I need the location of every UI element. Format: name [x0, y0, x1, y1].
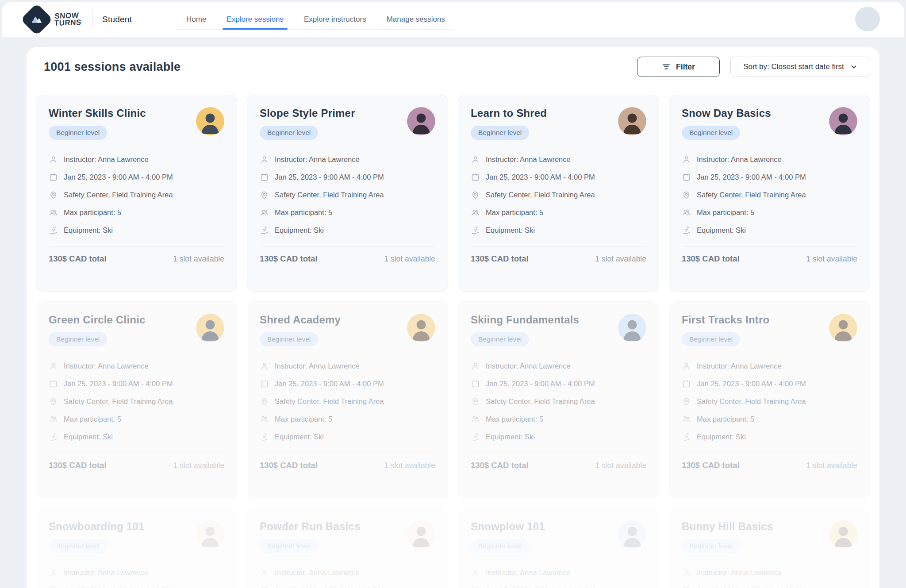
- session-title: Winter Skills Clinic: [49, 107, 146, 119]
- instructor-row: Instructor: Anna Lawrence: [682, 155, 857, 164]
- user-avatar[interactable]: [855, 7, 880, 31]
- instructor-text: Instructor: Anna Lawrence: [275, 155, 360, 164]
- instructor-text: Instructor: Anna Lawrence: [275, 569, 360, 577]
- snowturns-logo-icon: [20, 3, 53, 36]
- calendar-icon: [260, 586, 269, 588]
- equipment-row: Equipment: Ski: [49, 432, 224, 442]
- calendar-icon: [49, 379, 58, 388]
- calendar-icon: [471, 379, 480, 388]
- session-card[interactable]: Winter Skills Clinic Beginner level Inst…: [36, 95, 237, 292]
- price-text: 130$ CAD total: [260, 461, 318, 470]
- session-title: Powder Run Basics: [260, 520, 360, 533]
- location-pin-icon: [471, 397, 480, 406]
- session-card[interactable]: Learn to Shred Beginner level Instructor…: [458, 95, 659, 292]
- card-header: First Tracks Intro Beginner level: [682, 314, 857, 346]
- equipment-row: Equipment: Ski: [682, 432, 857, 442]
- session-title: Green Circle Clinic: [49, 314, 146, 326]
- card-header: Winter Skills Clinic Beginner level: [49, 107, 224, 140]
- instructor-row: Instructor: Anna Lawrence: [260, 568, 435, 577]
- person-icon: [49, 568, 58, 577]
- session-info-list: Instructor: Anna Lawrence Jan 25, 2023 -…: [49, 568, 224, 588]
- level-badge: Beginner level: [260, 332, 318, 346]
- datetime-row: Jan 25, 2023 - 9:00 AM - 4:00 PM: [471, 173, 646, 182]
- instructor-text: Instructor: Anna Lawrence: [64, 362, 149, 370]
- filter-button[interactable]: Filter: [637, 57, 720, 77]
- card-header: Snow Day Basics Beginner level: [682, 107, 857, 140]
- nav-item-explore-instructors[interactable]: Explore instructors: [300, 9, 370, 29]
- session-info-list: Instructor: Anna Lawrence Jan 25, 2023 -…: [682, 568, 857, 588]
- ski-icon: [471, 226, 480, 235]
- person-illustration-icon: [618, 107, 646, 135]
- calendar-icon: [471, 173, 480, 182]
- session-card[interactable]: Snowboarding 101 Beginner level Instruct…: [36, 508, 237, 588]
- users-icon: [471, 208, 480, 217]
- person-icon: [471, 361, 480, 371]
- instructor-text: Instructor: Anna Lawrence: [697, 569, 782, 577]
- instructor-avatar: [829, 314, 857, 342]
- session-title: Snowplow 101: [471, 520, 545, 533]
- card-footer: 130$ CAD total 1 slot available: [471, 453, 646, 470]
- participants-text: Max participant: 5: [275, 208, 332, 217]
- session-card[interactable]: Shred Academy Beginner level Instructor:…: [247, 301, 448, 498]
- datetime-text: Jan 25, 2023 - 9:00 AM - 4:00 PM: [486, 380, 595, 388]
- equipment-row: Equipment: Ski: [471, 432, 646, 442]
- person-illustration-icon: [618, 520, 646, 549]
- person-icon: [260, 361, 269, 371]
- sort-dropdown[interactable]: Sort by: Closest start date first: [730, 57, 870, 77]
- calendar-icon: [471, 586, 480, 588]
- instructor-avatar: [618, 520, 646, 549]
- session-card[interactable]: Slope Style Primer Beginner level Instru…: [247, 95, 448, 292]
- person-illustration-icon: [407, 314, 435, 342]
- instructor-avatar: [618, 314, 646, 342]
- instructor-text: Instructor: Anna Lawrence: [486, 569, 571, 577]
- instructor-avatar: [196, 314, 224, 342]
- card-header: Skiing Fundamentals Beginner level: [471, 314, 646, 346]
- session-card[interactable]: Green Circle Clinic Beginner level Instr…: [36, 301, 237, 498]
- toolbar-controls: Filter Sort by: Closest start date first: [637, 57, 870, 77]
- session-card[interactable]: Bunny Hill Basics Beginner level Instruc…: [669, 508, 870, 588]
- ski-icon: [682, 432, 691, 442]
- ski-icon: [49, 432, 58, 442]
- session-card[interactable]: Powder Run Basics Beginner level Instruc…: [247, 508, 448, 588]
- card-footer: 130$ CAD total 1 slot available: [260, 246, 435, 264]
- availability-text: 1 slot available: [173, 461, 224, 470]
- participants-text: Max participant: 5: [697, 415, 754, 423]
- session-info-list: Instructor: Anna Lawrence Jan 25, 2023 -…: [49, 155, 224, 235]
- equipment-row: Equipment: Ski: [260, 226, 435, 235]
- equipment-text: Equipment: Ski: [697, 226, 746, 234]
- session-title: Snow Day Basics: [682, 107, 771, 119]
- location-row: Safety Center, Field Training Area: [49, 397, 224, 406]
- price-text: 130$ CAD total: [49, 254, 107, 264]
- session-card[interactable]: Snow Day Basics Beginner level Instructo…: [669, 95, 870, 292]
- instructor-text: Instructor: Anna Lawrence: [64, 569, 149, 577]
- location-text: Safety Center, Field Training Area: [486, 397, 595, 406]
- availability-text: 1 slot available: [595, 254, 646, 264]
- nav-item-manage-sessions[interactable]: Manage sessions: [383, 9, 449, 29]
- location-text: Safety Center, Field Training Area: [697, 191, 806, 199]
- nav-item-home[interactable]: Home: [182, 9, 210, 29]
- card-footer: 130$ CAD total 1 slot available: [682, 453, 857, 470]
- participants-row: Max participant: 5: [682, 208, 857, 217]
- session-card[interactable]: Snowplow 101 Beginner level Instructor: …: [458, 508, 659, 588]
- price-text: 130$ CAD total: [260, 254, 318, 264]
- session-card[interactable]: First Tracks Intro Beginner level Instru…: [669, 301, 870, 498]
- role-label: Student: [102, 15, 132, 24]
- calendar-icon: [49, 173, 58, 182]
- instructor-row: Instructor: Anna Lawrence: [260, 155, 435, 164]
- availability-text: 1 slot available: [806, 254, 857, 264]
- instructor-row: Instructor: Anna Lawrence: [471, 568, 646, 577]
- level-badge: Beginner level: [471, 539, 529, 553]
- card-header: Powder Run Basics Beginner level: [260, 520, 435, 553]
- brand-logo[interactable]: SNOW TURNS: [25, 8, 81, 31]
- location-text: Safety Center, Field Training Area: [275, 397, 384, 406]
- location-row: Safety Center, Field Training Area: [682, 397, 857, 406]
- session-card[interactable]: Skiing Fundamentals Beginner level Instr…: [458, 301, 659, 498]
- equipment-text: Equipment: Ski: [275, 226, 324, 234]
- person-icon: [49, 155, 58, 164]
- person-illustration-icon: [196, 520, 224, 549]
- person-illustration-icon: [618, 314, 646, 342]
- location-row: Safety Center, Field Training Area: [471, 397, 646, 406]
- location-pin-icon: [49, 397, 58, 406]
- nav-item-explore-sessions[interactable]: Explore sessions: [223, 9, 288, 29]
- participants-text: Max participant: 5: [486, 208, 543, 217]
